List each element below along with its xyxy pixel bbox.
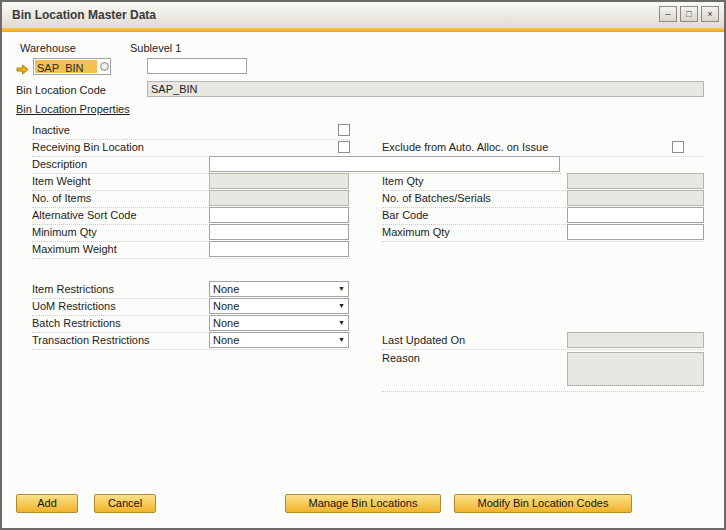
transaction-restrictions-row: Transaction Restrictions None ▼ xyxy=(32,332,350,350)
no-of-items-field xyxy=(209,190,349,206)
description-row: Description xyxy=(32,156,561,174)
item-weight-row: Item Weight xyxy=(32,173,350,191)
item-restrictions-value: None xyxy=(213,283,239,295)
no-of-batches-serials-label: No. of Batches/Serials xyxy=(382,192,491,204)
alternative-sort-code-row: Alternative Sort Code xyxy=(32,207,350,225)
uom-restrictions-label: UoM Restrictions xyxy=(32,300,116,312)
maximize-button[interactable]: □ xyxy=(680,6,698,22)
item-restrictions-label: Item Restrictions xyxy=(32,283,114,295)
sublevel-input[interactable] xyxy=(147,58,247,74)
exclude-auto-alloc-checkbox[interactable] xyxy=(672,141,684,153)
alternative-sort-code-input[interactable] xyxy=(209,207,349,223)
minimum-qty-input[interactable] xyxy=(209,224,349,240)
chevron-down-icon: ▼ xyxy=(338,319,345,326)
maximum-qty-label: Maximum Qty xyxy=(382,226,450,238)
uom-restrictions-row: UoM Restrictions None ▼ xyxy=(32,298,350,316)
bin-location-code-label: Bin Location Code xyxy=(16,84,106,96)
close-icon: × xyxy=(707,9,712,19)
sublevel-label: Sublevel 1 xyxy=(130,42,181,54)
reason-field xyxy=(567,352,704,386)
batch-restrictions-row: Batch Restrictions None ▼ xyxy=(32,315,350,333)
transaction-restrictions-label: Transaction Restrictions xyxy=(32,334,150,346)
add-button[interactable]: Add xyxy=(16,494,78,513)
bin-location-properties-section[interactable]: Bin Location Properties xyxy=(16,103,130,115)
maximize-icon: □ xyxy=(686,9,691,19)
item-qty-label: Item Qty xyxy=(382,175,424,187)
inactive-label: Inactive xyxy=(32,124,70,136)
item-weight-field xyxy=(209,173,349,189)
uom-restrictions-value: None xyxy=(213,300,239,312)
batch-restrictions-label: Batch Restrictions xyxy=(32,317,121,329)
description-label: Description xyxy=(32,158,87,170)
last-updated-row: Last Updated On xyxy=(382,332,704,350)
maximum-weight-input[interactable] xyxy=(209,241,349,257)
reason-row: Reason xyxy=(382,350,704,392)
no-of-items-row: No. of Items xyxy=(32,190,350,208)
item-restrictions-row: Item Restrictions None ▼ xyxy=(32,281,350,299)
chevron-down-icon: ▼ xyxy=(338,302,345,309)
item-restrictions-select[interactable]: None ▼ xyxy=(209,281,349,297)
link-arrow-icon[interactable] xyxy=(16,61,29,72)
receiving-bin-location-checkbox[interactable] xyxy=(338,141,350,153)
warehouse-label: Warehouse xyxy=(20,42,76,54)
minimize-button[interactable]: – xyxy=(659,6,677,22)
no-of-batches-row: No. of Batches/Serials xyxy=(382,190,704,208)
receiving-row: Receiving Bin Location xyxy=(32,139,350,157)
bar-code-row: Bar Code xyxy=(382,207,704,225)
exclude-auto-alloc-label: Exclude from Auto. Alloc. on Issue xyxy=(382,141,548,153)
item-qty-field xyxy=(567,173,704,189)
bar-code-label: Bar Code xyxy=(382,209,428,221)
maximum-qty-row: Maximum Qty xyxy=(382,224,704,242)
exclude-row: Exclude from Auto. Alloc. on Issue xyxy=(382,139,704,157)
bin-location-master-data-window: Bin Location Master Data – □ × Warehouse… xyxy=(0,0,726,530)
window-controls: – □ × xyxy=(659,6,719,22)
bin-location-code-field: SAP_BIN xyxy=(147,81,704,97)
last-updated-on-label: Last Updated On xyxy=(382,334,465,346)
transaction-restrictions-select[interactable]: None ▼ xyxy=(209,332,349,348)
modify-bin-location-codes-button[interactable]: Modify Bin Location Codes xyxy=(454,494,632,513)
window-title: Bin Location Master Data xyxy=(12,8,156,22)
batch-restrictions-select[interactable]: None ▼ xyxy=(209,315,349,331)
description-input[interactable] xyxy=(209,156,560,172)
item-qty-row: Item Qty xyxy=(382,173,704,191)
chevron-down-icon: ▼ xyxy=(338,285,345,292)
last-updated-on-field xyxy=(567,332,704,348)
maximum-weight-label: Maximum Weight xyxy=(32,243,117,255)
no-of-items-label: No. of Items xyxy=(32,192,91,204)
manage-bin-locations-button[interactable]: Manage Bin Locations xyxy=(285,494,441,513)
warehouse-value: SAP_BIN xyxy=(35,60,97,73)
minimum-qty-row: Minimum Qty xyxy=(32,224,350,242)
uom-restrictions-select[interactable]: None ▼ xyxy=(209,298,349,314)
inactive-checkbox[interactable] xyxy=(338,124,350,136)
maximum-weight-row: Maximum Weight xyxy=(32,241,350,259)
cancel-button[interactable]: Cancel xyxy=(94,494,156,513)
reason-label: Reason xyxy=(382,352,420,364)
minimize-icon: – xyxy=(665,9,670,19)
maximum-qty-input[interactable] xyxy=(567,224,704,240)
close-button[interactable]: × xyxy=(701,6,719,22)
title-bar[interactable]: Bin Location Master Data – □ × xyxy=(2,2,724,29)
minimum-qty-label: Minimum Qty xyxy=(32,226,97,238)
batch-restrictions-value: None xyxy=(213,317,239,329)
no-of-batches-serials-field xyxy=(567,190,704,206)
choose-from-list-icon[interactable] xyxy=(100,62,109,71)
item-weight-label: Item Weight xyxy=(32,175,91,187)
bar-code-input[interactable] xyxy=(567,207,704,223)
receiving-bin-location-label: Receiving Bin Location xyxy=(32,141,144,153)
accent-bar xyxy=(2,28,724,32)
chevron-down-icon: ▼ xyxy=(338,336,345,343)
transaction-restrictions-value: None xyxy=(213,334,239,346)
alternative-sort-code-label: Alternative Sort Code xyxy=(32,209,137,221)
warehouse-input[interactable]: SAP_BIN xyxy=(33,58,111,75)
inactive-row: Inactive xyxy=(32,122,350,140)
